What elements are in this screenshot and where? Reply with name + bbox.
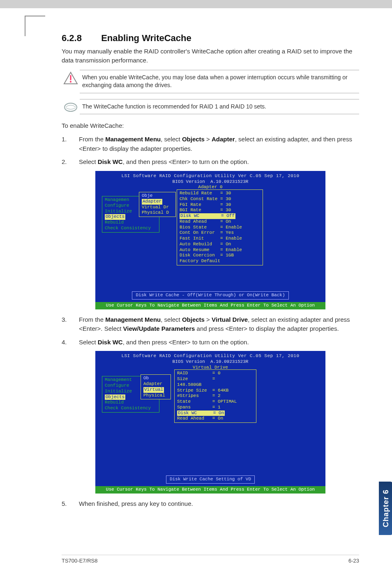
list-item: Factory Default xyxy=(180,258,260,264)
lead-text: To enable WriteCache: xyxy=(62,121,359,130)
list-item: BGI Rate = 30 xyxy=(180,208,260,213)
list-item: Stripe Size = 64KB xyxy=(177,388,254,394)
section-title: Enabling WriteCache xyxy=(101,33,191,43)
step-5: 5. When finished, press any key to conti… xyxy=(62,499,359,509)
step-number: 1. xyxy=(62,135,79,153)
note-icon xyxy=(62,99,80,115)
intro-paragraph: You may manually enable the RAID control… xyxy=(62,47,359,65)
step-text: Select Disk WC, and then press <Enter> t… xyxy=(79,338,359,347)
list-item: Auto Resume = Enable xyxy=(180,247,260,253)
step-2: 2. Select Disk WC, and then press <Enter… xyxy=(62,157,359,167)
step-text: When finished, press any key to continue… xyxy=(79,499,359,509)
bios-objects-submenu: Ob Adapter Virtual Physical xyxy=(141,374,171,399)
list-item: Disk Coercion = 1GB xyxy=(180,253,260,258)
list-item: Disk WC = Off xyxy=(180,213,260,219)
note-callout: The WriteCache function is recommended f… xyxy=(62,99,359,115)
list-item: #Stripes = 2 xyxy=(177,393,254,399)
list-item: Rebuild Rate = 30 xyxy=(180,191,260,196)
step-number: 2. xyxy=(62,157,79,167)
step-text: Select Disk WC, and then press <Enter> t… xyxy=(79,157,359,167)
note-text: The WriteCache function is recommended f… xyxy=(80,99,359,115)
list-item: Disk WC = On xyxy=(177,411,254,416)
step-4: 4. Select Disk WC, and then press <Enter… xyxy=(62,338,359,347)
list-item: State = OPTIMAL xyxy=(177,399,254,405)
list-item: Cont On Error = Yes xyxy=(180,230,260,236)
bios-panel-title: Virtual Drive xyxy=(193,365,228,370)
step-number: 4. xyxy=(62,338,79,347)
bios-hint: Disk Write Cache Setting of VD xyxy=(99,475,322,484)
bios-version-line: BIOS Version A.10.09231523R Adapter 0 xyxy=(99,179,322,191)
step-3: 3. From the Management Menu, select Obje… xyxy=(62,315,359,334)
bios-footer: Use Cursor Keys To Navigate Between Item… xyxy=(95,486,325,494)
bios-title: LSI Software RAID Configuration Utility … xyxy=(99,353,322,359)
svg-point-2 xyxy=(70,81,71,83)
footer-page: 6-23 xyxy=(348,558,359,564)
warning-icon xyxy=(62,70,80,86)
list-item: Spans = 1 xyxy=(177,405,254,411)
list-item: Auto Rebuild = On xyxy=(180,242,260,247)
step-number: 3. xyxy=(62,315,79,334)
list-item: Read Ahead = On xyxy=(180,219,260,225)
page-footer: TS700-E7/RS8 6-23 xyxy=(62,555,359,564)
chapter-tab: Chapter 6 xyxy=(379,482,392,535)
section-number: 6.2.8 xyxy=(62,33,99,44)
bios-virtual-drive-properties: RAID = 0 Size = 148.580GB Stripe Size = … xyxy=(174,369,256,423)
step-text: From the Management Menu, select Objects… xyxy=(79,135,359,153)
bios-version-line: BIOS Version A.10.09231523R Virtual Driv… xyxy=(99,359,322,371)
list-item: Size = xyxy=(177,376,254,382)
list-item: RAID = 0 xyxy=(177,371,254,376)
list-item: Chk Const Rate = 30 xyxy=(180,196,260,202)
section-heading: 6.2.8 Enabling WriteCache xyxy=(62,33,359,44)
bios-screenshot-1: LSI Software RAID Configuration Utility … xyxy=(95,171,325,309)
bios-footer: Use Cursor Keys To Navigate Between Item… xyxy=(95,302,325,309)
bios-screenshot-2: LSI Software RAID Configuration Utility … xyxy=(95,351,325,494)
crop-mark xyxy=(25,16,45,36)
bios-adapter-properties: Rebuild Rate = 30 Chk Const Rate = 30 FG… xyxy=(177,189,263,265)
bios-hint: Disk Write Cache - Off(Write Through) or… xyxy=(99,291,322,300)
bios-title: LSI Software RAID Configuration Utility … xyxy=(99,173,322,179)
step-1: 1. From the Management Menu, select Obje… xyxy=(62,135,359,153)
list-item: FGI Rate = 30 xyxy=(180,202,260,208)
footer-model: TS700-E7/RS8 xyxy=(62,558,97,564)
list-item: Fast Init = Enable xyxy=(180,236,260,242)
svg-point-3 xyxy=(65,103,77,111)
warning-text: When you enable WriteCache, you may lose… xyxy=(80,70,359,93)
list-item: 148.580GB xyxy=(177,382,254,388)
bios-panel-title: Adapter 0 xyxy=(198,185,222,189)
step-number: 5. xyxy=(62,499,79,509)
page: 6.2.8 Enabling WriteCache You may manual… xyxy=(0,8,392,572)
warning-callout: When you enable WriteCache, you may lose… xyxy=(62,70,359,93)
list-item: Read Ahead = On xyxy=(177,416,254,422)
step-text: From the Management Menu, select Objects… xyxy=(79,315,359,334)
list-item: Bios State = Enable xyxy=(180,225,260,231)
